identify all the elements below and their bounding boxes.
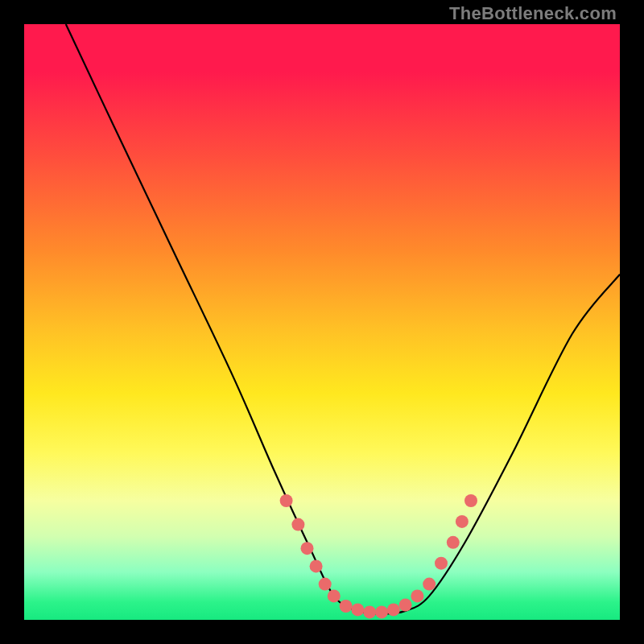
- highlight-dot: [291, 518, 304, 531]
- highlight-dot: [456, 515, 469, 528]
- highlight-dot: [319, 578, 332, 591]
- bottleneck-curve: [66, 24, 620, 614]
- highlight-dot: [351, 603, 364, 616]
- chart-stage: TheBottleneck.com: [0, 0, 644, 644]
- highlight-dot: [387, 603, 400, 616]
- highlight-dot: [340, 600, 353, 613]
- highlight-dot: [375, 605, 388, 618]
- highlight-dot: [399, 599, 412, 612]
- chart-svg: [24, 24, 620, 620]
- attribution-label: TheBottleneck.com: [449, 3, 617, 24]
- highlight-dot: [464, 494, 477, 507]
- highlight-dot: [310, 559, 323, 572]
- highlight-dot: [447, 536, 460, 549]
- highlight-dot: [423, 578, 436, 591]
- highlight-dot: [301, 542, 314, 555]
- highlight-dot: [280, 494, 293, 507]
- highlight-dot: [363, 605, 376, 618]
- plot-area: [24, 24, 620, 620]
- highlight-dot: [411, 589, 423, 602]
- highlight-dots-group: [280, 494, 477, 618]
- highlight-dot: [435, 557, 448, 570]
- highlight-dot: [328, 589, 341, 602]
